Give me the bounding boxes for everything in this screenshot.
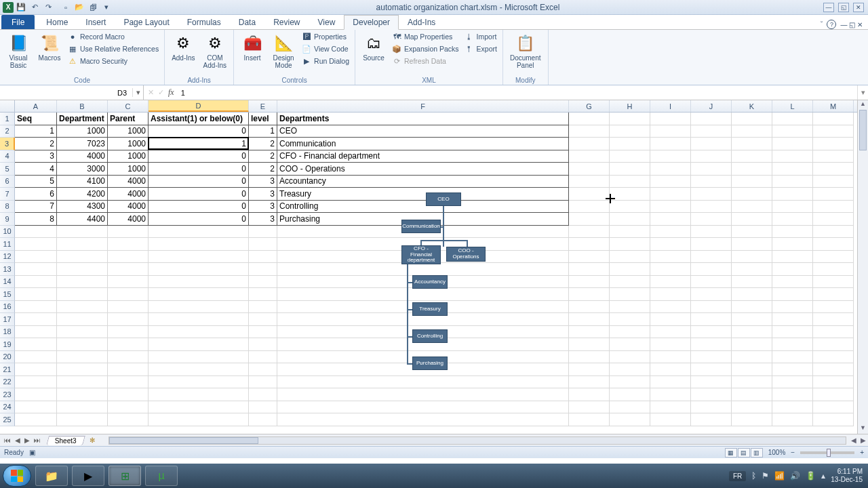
cell[interactable] [650, 238, 691, 251]
cancel-formula-icon[interactable]: ✕ [148, 88, 154, 97]
row-header-16[interactable]: 16 [0, 301, 15, 314]
cell[interactable] [15, 413, 57, 426]
cell[interactable] [149, 313, 249, 326]
cell[interactable] [569, 150, 610, 163]
column-header-M[interactable]: M [813, 100, 854, 112]
properties-button[interactable]: 🅿Properties [300, 31, 351, 42]
cell[interactable]: Department [57, 113, 108, 125]
cell[interactable]: 1 [15, 125, 57, 138]
cell[interactable] [813, 313, 854, 326]
enter-formula-icon[interactable]: ✓ [158, 88, 164, 97]
cell[interactable] [732, 313, 772, 326]
qat-save[interactable]: 💾 [15, 2, 27, 13]
qat-customize-dropdown[interactable]: ▾ [100, 2, 113, 13]
cell[interactable] [691, 301, 732, 314]
cell[interactable] [610, 150, 650, 163]
cell[interactable] [610, 413, 650, 426]
cell[interactable] [610, 163, 650, 176]
org-box[interactable]: Treasury [412, 302, 448, 316]
column-header-K[interactable]: K [732, 100, 772, 112]
cell[interactable] [108, 388, 149, 401]
document-panel-button[interactable]: 📋 Document Panel [507, 31, 544, 70]
row-header-14[interactable]: 14 [0, 276, 15, 289]
cell[interactable] [813, 113, 854, 125]
column-header-E[interactable]: E [249, 100, 277, 112]
qat-print-preview[interactable]: 🗐 [87, 2, 99, 13]
qat-undo[interactable]: ↶ [28, 2, 41, 13]
cell[interactable] [15, 326, 57, 339]
cell[interactable] [610, 401, 650, 414]
xml-source-button[interactable]: 🗂 Source [359, 31, 388, 63]
normal-view-button[interactable]: ▦ [725, 448, 737, 458]
sheet-tab-active[interactable]: Sheet3 [46, 436, 85, 445]
cell[interactable] [691, 226, 732, 239]
minimize-button[interactable]: — [823, 3, 834, 12]
cell[interactable] [15, 238, 57, 251]
cell[interactable] [108, 288, 149, 301]
cell[interactable] [772, 351, 813, 364]
cell[interactable] [691, 138, 732, 150]
column-header-D[interactable]: D [149, 100, 249, 112]
expand-formula-bar[interactable]: ▾ [857, 85, 868, 100]
cell[interactable]: 4000 [57, 150, 108, 163]
cell[interactable]: 7023 [57, 138, 108, 150]
cell[interactable] [569, 163, 610, 176]
macro-record-status-icon[interactable]: ▣ [29, 449, 35, 456]
name-box[interactable]: D3 [0, 89, 132, 97]
vertical-scroll-thumb[interactable] [859, 110, 867, 150]
cell[interactable] [813, 125, 854, 138]
cell[interactable] [813, 413, 854, 426]
cell[interactable] [569, 313, 610, 326]
minimize-ribbon-icon[interactable]: ˇ [821, 20, 823, 28]
cell[interactable] [108, 276, 149, 289]
cell[interactable] [249, 288, 277, 301]
cell[interactable] [569, 276, 610, 289]
cell[interactable]: 1 [249, 125, 277, 138]
cell[interactable] [249, 388, 277, 401]
cell[interactable] [249, 238, 277, 251]
cell[interactable] [813, 201, 854, 214]
cell[interactable] [650, 401, 691, 414]
cell[interactable] [813, 188, 854, 201]
cell[interactable] [691, 125, 732, 138]
insert-control-button[interactable]: 🧰 Insert [238, 31, 267, 63]
cell[interactable] [650, 288, 691, 301]
addins-button[interactable]: ⚙ Add-Ins [169, 31, 197, 63]
cell[interactable] [772, 163, 813, 176]
cell[interactable] [691, 150, 732, 163]
cell[interactable] [569, 125, 610, 138]
tray-chevron-icon[interactable]: ▴ [821, 471, 825, 481]
cell[interactable]: 3 [249, 176, 277, 188]
cell[interactable] [57, 226, 108, 239]
cell[interactable]: 4 [15, 163, 57, 176]
cell[interactable]: 0 [149, 150, 249, 163]
restore-button[interactable]: ◱ [838, 3, 849, 12]
cell[interactable] [650, 301, 691, 314]
cell[interactable]: 7 [15, 201, 57, 214]
cell[interactable] [772, 251, 813, 264]
cell[interactable]: 2 [15, 138, 57, 150]
cell[interactable] [691, 363, 732, 376]
cell[interactable] [732, 176, 772, 188]
cell[interactable] [108, 301, 149, 314]
cell[interactable] [732, 363, 772, 376]
cell[interactable] [569, 226, 610, 239]
column-header-B[interactable]: B [57, 100, 108, 112]
cell[interactable] [691, 338, 732, 351]
zoom-out-button[interactable]: − [791, 449, 795, 456]
row-header-18[interactable]: 18 [0, 326, 15, 339]
tab-file[interactable]: File [1, 15, 35, 29]
map-properties-button[interactable]: 🗺Map Properties [391, 31, 460, 42]
cell[interactable]: Seq [15, 113, 57, 125]
column-header-G[interactable]: G [569, 100, 610, 112]
tray-action-center-icon[interactable]: ⚑ [762, 471, 769, 481]
cell[interactable] [732, 376, 772, 389]
cell[interactable] [691, 113, 732, 125]
cell[interactable] [249, 226, 277, 239]
cell[interactable]: CFO - Financial department [277, 150, 569, 163]
cell[interactable] [57, 263, 108, 276]
scroll-down-icon[interactable]: ▼ [858, 424, 868, 434]
cell[interactable]: 4400 [57, 213, 108, 226]
cell[interactable] [650, 188, 691, 201]
cell[interactable]: 3 [249, 188, 277, 201]
